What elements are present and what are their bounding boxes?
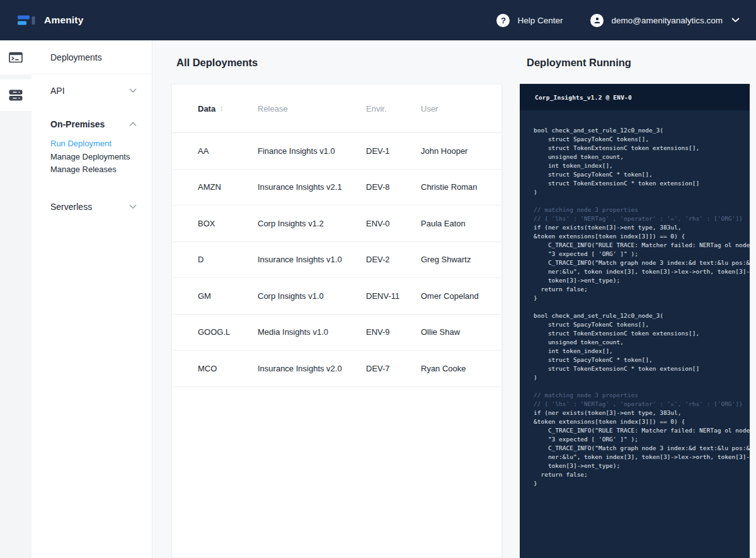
code-line: struct TokenExtensionC * token extension…	[534, 364, 745, 373]
table-row[interactable]: GOOG.LMedia Insights v1.0ENV-9Ollie Shaw	[172, 315, 501, 351]
code-line: &token extensions[token index[3]]) == 0)…	[534, 417, 745, 426]
code-line: unsigned token_count,	[534, 338, 745, 347]
code-line: struct TokenExtensionC token extensions[…	[534, 144, 745, 153]
code-line: if (ner exists(token[3]->ent type, 383ul…	[534, 409, 745, 417]
deployments-table-card: Data ↕ Release Envir. User AAFinance Ins…	[171, 84, 502, 558]
cell-envir: DEV-8	[366, 182, 421, 192]
code-line: bool check_and_set_rule_12c0_node_3(	[534, 126, 745, 135]
cell-data: AA	[198, 146, 258, 156]
cell-data: MCO	[198, 364, 258, 373]
code-line: }	[534, 479, 745, 488]
server-stack-icon	[8, 89, 23, 102]
help-center-link[interactable]: ? Help Center	[496, 14, 563, 27]
table-row[interactable]: AMZNInsurance Insights v2.1DEV-8Christie…	[172, 170, 501, 206]
sidebar-icon-rail	[0, 40, 32, 558]
code-line: C_TRACE_INFO("RULE TRACE: Matcher failed…	[534, 426, 745, 435]
cell-user: Greg Shwartz	[421, 255, 501, 264]
column-header-label: Data	[198, 104, 215, 113]
table-row[interactable]: BOXCorp Insights v1.2ENV-0Paula Eaton	[172, 206, 501, 242]
code-line: // matching node 3 properties	[534, 206, 745, 214]
code-line: token[3]->ent_type);	[534, 462, 745, 470]
cell-release: Corp Insights v1.2	[258, 219, 366, 228]
column-header-data[interactable]: Data ↕	[198, 104, 258, 113]
code-line: C_TRACE_INFO("RULE TRACE: Matcher failed…	[534, 241, 745, 250]
cell-release: Insurance Insights v2.0	[258, 364, 366, 373]
deployment-terminal: Corp_Insights_v1.2 @ ENV-0 bool check_an…	[520, 84, 750, 558]
user-avatar-icon	[590, 14, 604, 27]
table-row[interactable]: MCOInsurance Insights v2.0DEV-7Ryan Cook…	[172, 351, 501, 387]
sidebar-item-api[interactable]: API	[32, 74, 152, 107]
cell-release: Insurance Insights v2.1	[258, 182, 366, 192]
code-line: // { 'lhs' : 'NERTag' , 'operator' : '='…	[534, 214, 745, 223]
sidebar-item-serverless[interactable]: Serverless	[32, 194, 152, 219]
sidebar: Deployments API On-Premises Run Deployme…	[0, 40, 152, 558]
sidebar-icon-cell-api[interactable]	[0, 79, 32, 111]
code-line: // matching node 3 properties	[534, 391, 745, 400]
code-line: struct TokenExtensionC * token extension…	[534, 179, 745, 188]
cell-user: Christie Roman	[421, 182, 501, 192]
cell-envir: DEV-7	[366, 364, 421, 373]
code-line: // { 'lhs' : 'NERTag' , 'operator' : '='…	[534, 400, 745, 409]
chevron-down-icon	[731, 18, 740, 23]
cell-envir: DEV-1	[366, 146, 421, 156]
app-window: Amenity ? Help Center demo@amenityanalyt…	[0, 0, 756, 558]
help-icon: ?	[496, 14, 510, 27]
cell-user: Ollie Shaw	[421, 327, 501, 337]
cell-user: Omer Copeland	[421, 291, 501, 301]
code-line: struct SpacyTokenC tokens[],	[534, 320, 745, 329]
code-line: struct TokenExtensionC token extensions[…	[534, 329, 745, 338]
terminal-title: Corp_Insights_v1.2 @ ENV-0	[535, 94, 632, 101]
on-premises-sublist: Run Deployment Manage Deployments Manage…	[32, 132, 152, 177]
chevron-down-icon	[129, 88, 137, 93]
sidebar-item-label: Serverless	[50, 202, 92, 212]
sidebar-subitem-run-deployment[interactable]: Run Deployment	[50, 137, 152, 151]
sidebar-subitem-manage-deployments[interactable]: Manage Deployments	[50, 151, 152, 164]
column-header-envir[interactable]: Envir.	[366, 104, 421, 113]
code-line: )	[534, 188, 745, 197]
column-header-user[interactable]: User	[421, 104, 501, 113]
code-line	[534, 303, 745, 311]
cell-release: Media Insights v1.0	[258, 327, 366, 337]
cell-envir: DENV-11	[366, 291, 421, 301]
sort-icon[interactable]: ↕	[219, 104, 223, 113]
terminal-header: Corp_Insights_v1.2 @ ENV-0	[520, 84, 750, 110]
code-line: struct SpacyTokenC * token[],	[534, 356, 745, 364]
top-navbar: Amenity ? Help Center demo@amenityanalyt…	[0, 0, 756, 40]
sidebar-nav: Deployments API On-Premises Run Deployme…	[32, 40, 152, 219]
cell-release: Insurance Insights v1.0	[258, 255, 366, 264]
code-line: &token extensions[token index[3]]) == 0)…	[534, 232, 745, 241]
code-line: ner:&lu", token index[3], token[3]->lex-…	[534, 453, 745, 462]
code-line: int token_index[],	[534, 347, 745, 356]
terminal-output[interactable]: bool check_and_set_rule_12c0_node_3( str…	[520, 110, 750, 501]
cell-user: John Hooper	[421, 146, 501, 156]
cell-data: D	[198, 255, 258, 264]
code-line: "3 expected [ 'ORG' ]" );	[534, 435, 745, 444]
code-line: ner:&lu", token index[3], token[3]->lex-…	[534, 267, 745, 276]
sidebar-group-on-premises: On-Premises Run Deployment Manage Deploy…	[32, 116, 152, 177]
table-row[interactable]: DInsurance Insights v1.0DEV-2Greg Shwart…	[172, 242, 501, 279]
code-line: C_TRACE_INFO("Match graph node 3 index:&…	[534, 444, 745, 453]
table-row[interactable]: GMCorp Insights v1.0DENV-11Omer Copeland	[172, 278, 501, 315]
brand[interactable]: Amenity	[18, 13, 84, 28]
table-row[interactable]: AAFinance Insights v1.0DEV-1John Hooper	[172, 133, 501, 170]
code-line: return false;	[534, 470, 745, 479]
code-line: if (ner exists(token[3]->ent type, 383ul…	[534, 223, 745, 232]
sidebar-item-on-premises[interactable]: On-Premises	[32, 116, 152, 132]
user-email: demo@amenityanalytics.com	[611, 16, 723, 25]
cell-user: Ryan Cooke	[421, 364, 501, 373]
sidebar-item-deployments[interactable]: Deployments	[32, 40, 152, 74]
sidebar-subitem-manage-releases[interactable]: Manage Releases	[50, 163, 152, 177]
chevron-up-icon	[129, 122, 137, 127]
code-line: return false;	[534, 285, 745, 294]
code-line	[534, 382, 745, 391]
cell-release: Corp Insights v1.0	[258, 291, 366, 301]
brand-name: Amenity	[44, 15, 84, 26]
sidebar-item-label: On-Premises	[50, 119, 105, 129]
column-header-release[interactable]: Release	[258, 104, 366, 113]
account-menu[interactable]: demo@amenityanalytics.com	[590, 14, 740, 27]
code-line: )	[534, 373, 745, 382]
sidebar-icon-cell-deployments[interactable]	[0, 40, 32, 74]
cell-envir: DEV-2	[366, 255, 421, 264]
code-line: "3 expected [ 'ORG' ]" );	[534, 250, 745, 259]
cell-data: AMZN	[198, 182, 258, 192]
